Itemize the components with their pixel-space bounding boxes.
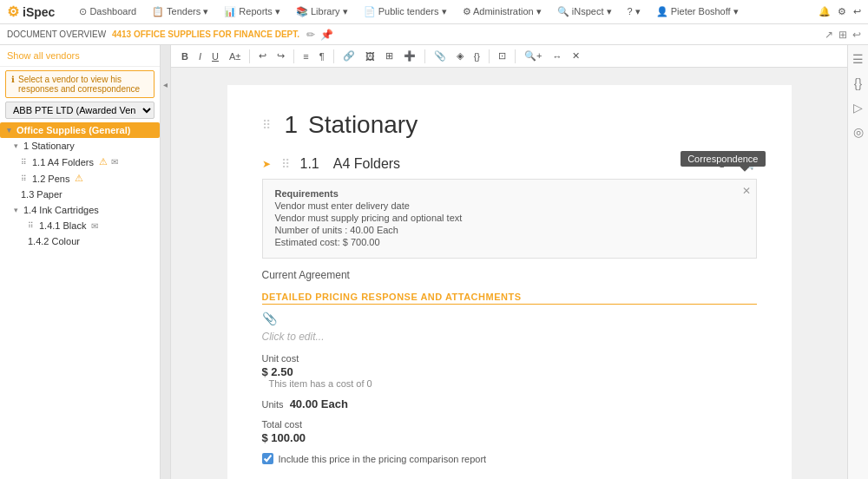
undo-button[interactable]: ↩ [255,49,270,63]
sidebar-item-a4-folders[interactable]: ⠿ 1.1 A4 Folders ⚠ ✉ [0,154,160,170]
nav-dashboard[interactable]: ⊙ Dashboard [72,3,143,21]
paragraph-button[interactable]: ¶ [316,49,328,63]
total-cost-label: Total cost [262,419,757,430]
nav-public-tenders[interactable]: 📄 Public tenders ▾ [357,3,454,21]
back-icon[interactable]: ↩ [853,6,861,17]
sub-header-right: ↗ ⊞ ↩ [825,29,861,41]
section-drag-handle[interactable]: ⠿ [262,118,271,132]
nav-library[interactable]: 📚 Library ▾ [289,3,355,21]
vendor-dropdown[interactable]: ABB PTE LTD (Awarded Vendor) [5,102,155,119]
toolbar-separator [333,49,334,63]
req-row-2: Vendor must supply pricing and optional … [275,213,744,223]
notification-icon[interactable]: 🔔 [819,6,831,17]
req-row-4: Estimated cost: $ 700.00 [275,237,744,247]
nav-user[interactable]: 👤 Pieter Boshoff ▾ [649,3,746,21]
right-sidebar-circle-icon[interactable]: ◎ [853,125,864,139]
vendor-select[interactable]: ABB PTE LTD (Awarded Vendor) [5,102,155,119]
bold-button[interactable]: B [178,49,192,63]
pricing-checkbox-row: Include this price in the pricing compar… [262,453,757,464]
unit-cost-value: $ 2.50 [262,365,757,378]
sidebar-item-paper[interactable]: 1.3 Paper [0,187,160,202]
subsection-drag-handle[interactable]: ⠿ [281,157,290,171]
nav-right: 🔔 ⚙ ↩ [819,6,861,17]
units-label: Units 40.00 Each [262,397,757,410]
click-to-edit[interactable]: Click to edit... [262,331,757,343]
zoom-out-button[interactable]: ✕ [569,49,583,63]
nav-administration[interactable]: ⚙ Administration ▾ [456,3,549,21]
sidebar-item-stationary[interactable]: ▾ 1 Stationary [0,138,160,154]
total-cost-value: $ 100.00 [262,431,757,444]
sub-header: DOCUMENT OVERVIEW 4413 OFFICE SUPPLIES F… [0,24,868,45]
sidebar-item-office-supplies[interactable]: ▾ Office Supplies (General) [0,122,160,138]
units-section: Units 40.00 Each [262,397,757,410]
vendor-notice-text: Select a vendor to view his responses an… [18,75,148,94]
units-value: 40.00 Each [290,397,348,410]
sidebar-item-label: 1.4 Ink Cartridges [23,205,99,215]
collapse-arrow-icon: ◂ [163,80,168,89]
nav-inspect[interactable]: 🔍 iNspect ▾ [550,3,619,21]
link-button[interactable]: 🔗 [339,49,358,63]
right-sidebar-menu-icon[interactable]: ☰ [852,52,864,66]
pricing-title: DETAILED PRICING RESPONSE AND ATTACHMENT… [262,292,757,305]
logo-text: iSpec [23,5,55,19]
requirements-title: Requirements [275,188,744,199]
pricing-section: DETAILED PRICING RESPONSE AND ATTACHMENT… [262,292,757,464]
nav-reports[interactable]: 📊 Reports ▾ [217,3,287,21]
nav-tenders[interactable]: 📋 Tenders ▾ [145,3,215,21]
italic-button[interactable]: I [195,49,205,63]
image-button[interactable]: 🖼 [362,49,378,63]
redo-button[interactable]: ↪ [273,49,288,63]
show-all-vendors[interactable]: Show all vendors [0,45,160,67]
requirements-box: ✕ Requirements Vendor must enter deliver… [262,179,757,259]
settings-icon[interactable]: ⚙ [838,6,846,17]
doc-overview-label: DOCUMENT OVERVIEW [7,30,106,39]
align-button[interactable]: ≡ [299,49,312,63]
underline-button[interactable]: U [208,49,222,63]
sidebar-item-black[interactable]: ⠿ 1.4.1 Black ✉ [0,218,160,233]
right-sidebar: ☰ {} ▷ ◎ [847,45,868,479]
collapse-sidebar-btn[interactable]: ◂ [161,45,171,479]
embed-button[interactable]: ⊡ [495,49,510,63]
font-size-button[interactable]: A± [226,49,244,63]
unit-cost-sub: This item has a cost of 0 [269,378,757,389]
sidebar-item-label: 1.2 Pens [32,174,69,184]
pin-icon[interactable]: 📌 [320,29,333,41]
content-wrapper: ◂ B I U A± ↩ ↪ ≡ ¶ 🔗 🖼 ⊞ ➕ [161,45,868,479]
right-sidebar-code-icon[interactable]: {} [854,76,862,90]
editor-area: B I U A± ↩ ↪ ≡ ¶ 🔗 🖼 ⊞ ➕ 📎 ◈ {} [171,45,847,479]
sidebar-item-label: 1.4.2 Colour [28,236,80,246]
zoom-fit-button[interactable]: ↔ [549,49,565,63]
sidebar-item-pens[interactable]: ⠿ 1.2 Pens ⚠ [0,170,160,187]
sidebar-item-ink-cartridges[interactable]: ▾ 1.4 Ink Cartridges [0,202,160,218]
right-sidebar-play-icon[interactable]: ▷ [853,101,863,115]
placeholder-button[interactable]: ◈ [453,49,467,63]
sidebar-item-colour[interactable]: 1.4.2 Colour [0,233,160,249]
collapse-icon: ▾ [14,206,18,214]
subsection-header: ➤ ⠿ 1.1 A4 Folders Correspondence 1 ✉ 🛒 [262,156,757,172]
logo: ⚙ iSpec [7,3,55,20]
table-button[interactable]: ⊞ [382,49,397,63]
info-icon: ℹ [11,75,15,84]
toolbar-separator [515,49,516,63]
collapse-icon: ⠿ [21,158,27,167]
attachment-icon[interactable]: 📎 [262,312,757,325]
subsection-title: A4 Folders [333,156,400,172]
edit-icon[interactable]: ✏ [306,29,315,41]
collapse-icon: ▾ [14,141,18,150]
pricing-checkbox[interactable] [262,453,273,464]
refresh-icon[interactable]: ↩ [852,29,861,41]
grid-icon[interactable]: ⊞ [838,29,847,41]
add-button[interactable]: ➕ [400,49,419,63]
collapse-icon: ⠿ [21,174,27,183]
pricing-checkbox-label: Include this price in the pricing compar… [279,454,487,464]
zoom-in-button[interactable]: 🔍+ [521,49,545,63]
nav-help[interactable]: ? ▾ [621,3,648,21]
correspondence-tooltip: Correspondence [681,151,765,167]
share-icon[interactable]: ↗ [825,29,833,41]
sub-header-icons: ✏ 📌 [306,29,333,41]
requirements-close-btn[interactable]: ✕ [742,185,751,197]
doc-overview-prefix: DOCUMENT OVERVIEW 4413 OFFICE SUPPLIES F… [7,30,299,39]
clip-button[interactable]: 📎 [431,49,450,63]
doc-overview-title: 4413 OFFICE SUPPLIES FOR FINANCE DEPT. [112,30,299,39]
code-button[interactable]: {} [470,49,483,63]
